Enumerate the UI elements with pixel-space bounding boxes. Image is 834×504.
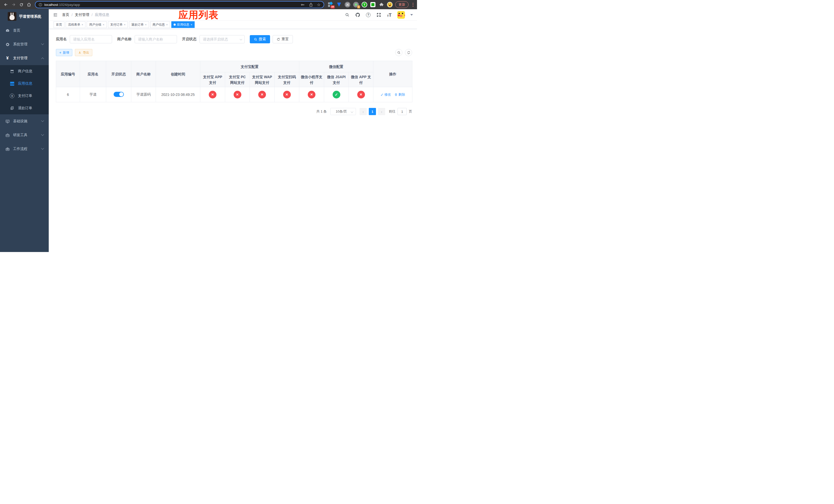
gear-icon — [5, 42, 10, 47]
sidebar-item-app-info[interactable]: 应用信息 — [0, 77, 49, 90]
toolbox-icon — [5, 147, 10, 151]
status-select[interactable] — [199, 35, 245, 43]
download-icon — [78, 51, 81, 54]
user-avatar[interactable] — [397, 11, 405, 19]
search-button[interactable]: 搜索 — [250, 35, 270, 43]
tag-refund-order[interactable]: 退款订单 — [129, 21, 149, 28]
close-icon[interactable] — [145, 23, 147, 26]
refresh-icon — [277, 38, 280, 41]
breadcrumb-separator — [91, 13, 93, 17]
browser-menu-icon[interactable] — [412, 3, 414, 7]
sidebar-item-pay-order[interactable]: 支付订单 — [0, 90, 49, 102]
breadcrumb-home[interactable]: 首页 — [62, 13, 69, 17]
browser-forward-icon[interactable] — [10, 1, 17, 8]
bookmark-star-icon[interactable] — [317, 2, 321, 7]
toolbox-icon — [5, 133, 10, 137]
extension-gem-icon[interactable] — [336, 2, 342, 7]
status-icon-wx-lite — [308, 91, 315, 98]
reset-button[interactable]: 重置 — [272, 35, 293, 43]
sidebar-collapse-icon[interactable] — [53, 12, 59, 18]
sidebar-item-label: 首页 — [13, 28, 20, 33]
export-button[interactable]: 导出 — [75, 49, 92, 56]
cell-actions: 修改 删除 — [373, 87, 412, 102]
status-toggle[interactable] — [114, 92, 124, 97]
close-icon[interactable] — [82, 23, 83, 26]
goto-page-input[interactable] — [397, 108, 407, 115]
show-search-toggle-button[interactable] — [395, 49, 402, 56]
close-icon[interactable] — [124, 23, 126, 26]
breadcrumb-current: 应用信息 — [95, 13, 109, 17]
tag-pay-order[interactable]: 支付订单 — [108, 21, 128, 28]
font-size-icon[interactable] — [387, 12, 392, 18]
user-menu-caret-icon[interactable] — [410, 14, 413, 16]
status-icon-alipay-wap — [258, 91, 266, 98]
prev-page-button[interactable]: ‹ — [359, 108, 367, 115]
share-icon[interactable] — [309, 3, 313, 7]
chevron-down-icon — [41, 147, 44, 150]
next-page-button[interactable]: › — [378, 108, 385, 115]
search-icon[interactable] — [345, 12, 350, 18]
sidebar-item-workflow[interactable]: 工作流程 — [0, 142, 49, 156]
address-bar[interactable]: localhost:1024/pay/app — [35, 1, 324, 8]
delete-link[interactable]: 删除 — [394, 92, 405, 97]
browser-profile-avatar[interactable] — [387, 2, 393, 7]
github-icon[interactable] — [355, 12, 360, 18]
search-icon — [254, 38, 257, 41]
app-logo-row[interactable]: 芋道管理系统 — [0, 9, 49, 24]
browser-back-icon[interactable] — [3, 1, 9, 8]
extension-recorder-icon[interactable]: 1 — [353, 2, 359, 7]
help-icon[interactable] — [366, 12, 371, 18]
sidebar-item-system[interactable]: 系统管理 — [0, 38, 49, 51]
tag-app-info-active[interactable]: 应用信息 — [171, 21, 194, 28]
extension-badge-count: 10 — [331, 5, 335, 8]
close-icon[interactable] — [103, 23, 104, 26]
refresh-table-button[interactable] — [405, 49, 412, 56]
current-page-button[interactable]: 1 — [369, 108, 376, 115]
extension-y-icon[interactable]: Y — [361, 2, 367, 7]
tag-home[interactable]: 首页 — [53, 21, 64, 28]
edit-link[interactable]: 修改 — [380, 92, 391, 97]
sidebar-item-merchant-info[interactable]: 商户信息 — [0, 65, 49, 77]
fullscreen-icon[interactable] — [376, 12, 381, 18]
breadcrumb-payment[interactable]: 支付管理 — [75, 13, 89, 17]
sidebar-item-devtools[interactable]: 研发工具 — [0, 128, 49, 142]
yen-circle-icon — [10, 94, 14, 98]
cell-merchant: 芋道源码 — [131, 87, 156, 102]
table-toolbar: 新增 导出 — [56, 49, 412, 56]
sidebar-item-infra[interactable]: 基础设施 — [0, 114, 49, 128]
sidebar-item-label: 商户信息 — [18, 69, 32, 74]
sidebar-item-refund-order[interactable]: 退款订单 — [0, 102, 49, 114]
tag-user-group[interactable]: 用户分组 — [87, 21, 106, 28]
group-header-alipay: 支付宝配置 — [200, 61, 299, 72]
page-size-select[interactable]: 10条/页 — [330, 108, 356, 115]
cell-status — [106, 87, 131, 102]
breadcrumb: 首页 支付管理 应用信息 — [62, 13, 109, 17]
chevron-down-icon — [41, 42, 44, 45]
col-header-id: 应用编号 — [56, 61, 80, 87]
extension-command-icon[interactable] — [345, 2, 350, 7]
breadcrumb-separator — [71, 13, 72, 17]
app-name-input[interactable] — [70, 35, 112, 43]
tag-flow-form[interactable]: 流程表单 — [66, 21, 85, 28]
dashboard-icon — [5, 28, 10, 33]
close-icon[interactable] — [191, 23, 192, 26]
password-key-icon[interactable] — [301, 3, 305, 7]
site-info-icon[interactable] — [39, 3, 42, 7]
url-text[interactable]: localhost:1024/pay/app — [44, 3, 299, 7]
extension-chat-icon[interactable] — [370, 2, 376, 7]
extensions-puzzle-icon[interactable] — [378, 2, 384, 7]
sidebar-item-home[interactable]: 首页 — [0, 24, 49, 38]
browser-update-button[interactable]: 更新 — [395, 1, 409, 8]
status-icon-alipay-app — [209, 91, 216, 98]
extension-devtools-icon[interactable]: 10 — [328, 2, 333, 7]
close-icon[interactable] — [166, 23, 168, 26]
browser-home-icon[interactable] — [26, 1, 32, 8]
col-header-created: 创建时间 — [156, 61, 200, 87]
sidebar-item-payment[interactable]: 支付管理 — [0, 51, 49, 65]
tag-merchant-info[interactable]: 商户信息 — [150, 21, 170, 28]
col-header-alipay-pc: 支付宝 PC 网站支付 — [225, 72, 250, 87]
browser-reload-icon[interactable] — [18, 1, 25, 8]
merchant-name-input[interactable] — [135, 35, 177, 43]
status-select-input[interactable] — [199, 35, 245, 43]
add-button[interactable]: 新增 — [56, 49, 72, 56]
